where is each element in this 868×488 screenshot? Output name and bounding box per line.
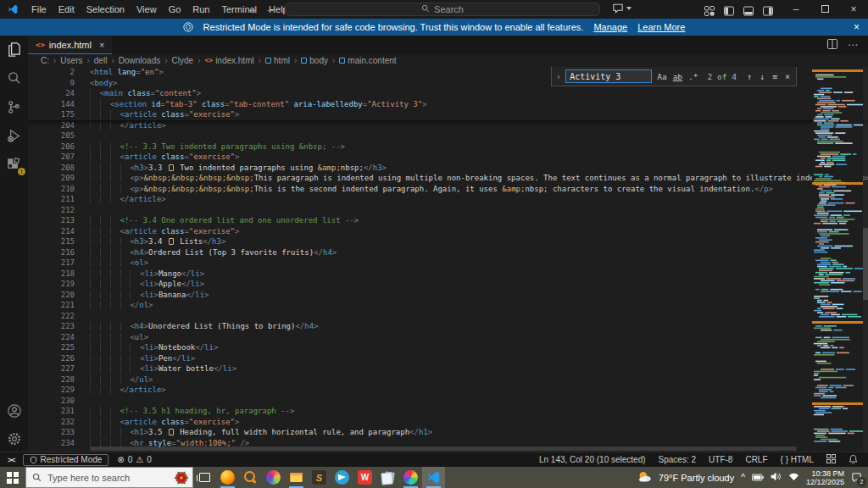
speaker-icon[interactable] xyxy=(771,472,782,483)
minimap[interactable] xyxy=(812,67,863,452)
feedback-icon[interactable] xyxy=(826,454,836,465)
tab-close-icon[interactable]: × xyxy=(99,40,104,50)
line-number: 210 xyxy=(28,184,90,195)
line-number: 204 xyxy=(28,120,90,131)
close-window-button[interactable]: × xyxy=(839,0,868,19)
toggle-secondary-sidebar-icon[interactable] xyxy=(763,4,773,19)
status-item[interactable]: CRLF xyxy=(745,455,767,464)
tray-chevron-up-icon[interactable]: ^ xyxy=(741,473,745,482)
start-button[interactable] xyxy=(0,467,25,488)
find-in-selection-icon[interactable]: ≡ xyxy=(772,72,777,81)
code-line: 232 <article class="exercise"> xyxy=(28,417,868,428)
banner-close-icon[interactable]: × xyxy=(854,21,860,33)
breadcrumb-item[interactable]: Downloads xyxy=(119,56,160,65)
taskbar-wps[interactable]: W xyxy=(353,467,376,488)
code-line: 207 <article class="exercise"> xyxy=(28,152,868,163)
taskbar-photos[interactable] xyxy=(262,467,285,488)
copilot-icon[interactable] xyxy=(612,3,632,14)
match-case-icon[interactable]: Aa xyxy=(656,72,667,81)
restricted-mode-status[interactable]: Restricted Mode xyxy=(23,454,109,466)
status-item[interactable]: Ln 143, Col 20 (10 selected) xyxy=(539,455,646,464)
problems-status[interactable]: ⊗ 0 ⚠ 0 xyxy=(117,455,151,464)
search-sidebar-icon[interactable] xyxy=(6,70,22,86)
network-icon[interactable] xyxy=(788,472,799,483)
horizontal-scrollbar[interactable] xyxy=(90,446,797,451)
learn-more-link[interactable]: Learn More xyxy=(637,22,685,32)
taskbar-shareit[interactable]: S xyxy=(308,467,331,488)
source-control-icon[interactable] xyxy=(6,99,22,115)
breadcrumb-item[interactable]: main.content xyxy=(339,56,396,65)
taskbar-clock[interactable]: 10:38 PM 12/12/2025 xyxy=(806,469,844,486)
more-actions-icon[interactable]: ⋯ xyxy=(848,39,858,51)
vertical-scrollbar[interactable] xyxy=(863,67,868,452)
breadcrumb-item[interactable]: html xyxy=(265,56,290,65)
previous-match-icon[interactable]: ↑ xyxy=(747,72,752,81)
battery-icon[interactable] xyxy=(752,473,764,483)
split-editor-icon[interactable] xyxy=(827,39,837,52)
customize-layout-icon[interactable] xyxy=(704,4,715,19)
task-view-icon xyxy=(199,473,210,482)
tab-index-html[interactable]: <> index.html × xyxy=(28,36,112,54)
taskbar-telegram[interactable] xyxy=(331,467,353,488)
breadcrumb-item[interactable]: Clyde xyxy=(172,56,194,65)
status-item[interactable]: { } HTML xyxy=(781,455,814,464)
taskbar-firefox[interactable] xyxy=(216,467,239,488)
seasonal-flower-icon[interactable] xyxy=(172,469,191,488)
menu-edit[interactable]: Edit xyxy=(53,4,81,14)
toggle-sidebar-icon[interactable] xyxy=(724,4,734,19)
scrollbar-thumb[interactable] xyxy=(863,228,868,300)
minimize-button[interactable]: – xyxy=(782,0,810,19)
notifications-bell-icon[interactable] xyxy=(849,454,858,466)
breadcrumb-item[interactable]: dell xyxy=(94,56,108,65)
action-center-button[interactable]: 2 xyxy=(851,472,862,483)
accounts-icon[interactable] xyxy=(7,403,22,419)
task-view-button[interactable] xyxy=(193,467,216,488)
forward-icon[interactable]: → xyxy=(265,3,275,14)
menu-view[interactable]: View xyxy=(131,4,163,14)
status-item[interactable]: Spaces: 2 xyxy=(659,455,696,464)
line-number: 220 xyxy=(28,290,90,301)
breadcrumb-item[interactable]: C: xyxy=(41,56,49,65)
regex-icon[interactable]: .* xyxy=(687,72,698,81)
toggle-panel-icon[interactable] xyxy=(743,4,754,19)
maximize-button[interactable] xyxy=(810,0,839,19)
weather-icon[interactable] xyxy=(637,470,652,485)
explorer-icon[interactable] xyxy=(6,42,22,58)
menu-file[interactable]: File xyxy=(25,4,53,14)
settings-gear-icon[interactable] xyxy=(7,431,22,446)
breadcrumb-item[interactable]: body xyxy=(301,56,328,65)
command-center-search[interactable]: Search xyxy=(285,3,600,16)
breadcrumb-item[interactable]: Users xyxy=(60,56,82,65)
vscode-icon xyxy=(426,470,441,485)
windows-taskbar: Type here to search S W 79°F Partly clou… xyxy=(0,467,868,488)
extensions-icon[interactable]: ! xyxy=(6,157,22,173)
line-number: 207 xyxy=(28,152,90,163)
taskbar-notes[interactable] xyxy=(376,467,399,488)
restricted-mode-banner: Restricted Mode is intended for safe cod… xyxy=(0,19,868,36)
line-number: 175 xyxy=(28,109,90,120)
toggle-replace-icon[interactable]: › xyxy=(556,71,562,82)
breadcrumb-item[interactable]: <>index.html xyxy=(204,56,253,65)
shareit-icon: S xyxy=(312,470,326,485)
manage-link[interactable]: Manage xyxy=(593,22,627,32)
taskbar-vscode[interactable] xyxy=(422,467,445,488)
remote-indicator-icon[interactable]: >< xyxy=(0,456,23,464)
code-editor[interactable]: › Activity 3 Aa ab .* 2 of 4 ↑ ↓ ≡ × 2<h… xyxy=(28,67,868,452)
menu-run[interactable]: Run xyxy=(186,4,215,14)
find-input[interactable]: Activity 3 xyxy=(565,69,652,83)
back-icon[interactable]: ← xyxy=(248,3,258,14)
taskbar-file-explorer[interactable] xyxy=(285,467,308,488)
run-debug-icon[interactable] xyxy=(6,128,22,144)
line-number: 9 xyxy=(28,78,90,89)
taskbar-search-input[interactable]: Type here to search xyxy=(25,467,193,488)
whole-word-icon[interactable]: ab xyxy=(672,72,683,81)
menu-go[interactable]: Go xyxy=(163,4,187,14)
weather-text[interactable]: 79°F Partly cloudy xyxy=(659,473,734,483)
menu-selection[interactable]: Selection xyxy=(81,4,131,14)
next-match-icon[interactable]: ↓ xyxy=(760,72,765,81)
taskbar-search-tool[interactable] xyxy=(239,467,262,488)
status-item[interactable]: UTF-8 xyxy=(709,455,732,464)
breadcrumb: C:›Users›dell›Downloads›Clyde›<>index.ht… xyxy=(28,54,868,67)
taskbar-browser[interactable] xyxy=(399,467,422,488)
close-find-icon[interactable]: × xyxy=(785,72,790,81)
